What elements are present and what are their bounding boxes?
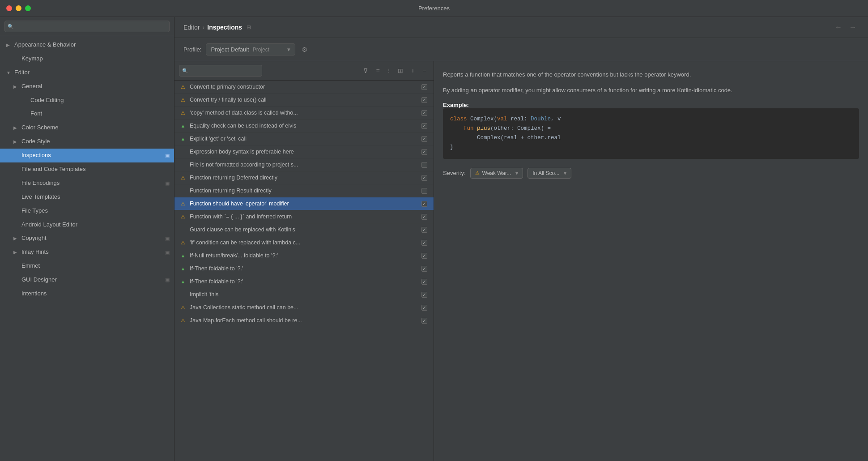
inspection-label: Guard clause can be replaced with Kotlin… <box>190 226 419 233</box>
sidebar-item-font[interactable]: Font <box>0 107 174 121</box>
sidebar-item-emmet[interactable]: Emmet <box>0 259 174 273</box>
sidebar-item-android-layout-editor[interactable]: Android Layout Editor <box>0 218 174 232</box>
inspection-row[interactable]: ▲ Explicit 'get' or 'set' call ✓ <box>174 132 434 145</box>
severity-icon: ⚠ <box>179 213 187 221</box>
profile-gear-button[interactable]: ⚙ <box>300 44 309 55</box>
profile-label: Profile: <box>183 46 201 53</box>
inspection-row[interactable]: Expression body syntax is preferable her… <box>174 145 434 158</box>
edit-icon[interactable]: ⊟ <box>247 24 251 30</box>
inspections-area: 🔍 ⊽ ≡ ⁝ ⊞ + − ⚠ Convert to primary const… <box>174 61 868 461</box>
sidebar-item-inlay-hints[interactable]: ▶ Inlay Hints ▣ <box>0 245 174 259</box>
checkbox[interactable]: ✓ <box>421 292 427 298</box>
window-title: Preferences <box>418 5 450 12</box>
close-button[interactable] <box>6 5 12 11</box>
sidebar-search-container: 🔍 <box>0 17 174 36</box>
inspection-row[interactable]: ⚠ Java Map.forEach method call should be… <box>174 314 434 327</box>
sidebar-item-keymap[interactable]: Keymap <box>0 52 174 66</box>
checkbox[interactable]: ✓ <box>421 84 427 90</box>
check-col: ✓ <box>419 227 429 233</box>
inspection-row-selected[interactable]: ⚠ Function should have 'operator' modifi… <box>174 197 434 210</box>
checkbox[interactable]: ✓ <box>421 149 427 155</box>
checkbox[interactable] <box>421 188 427 194</box>
maximize-button[interactable] <box>25 5 31 11</box>
remove-inspection-button[interactable]: − <box>420 65 429 76</box>
sidebar-item-code-style[interactable]: ▶ Code Style <box>0 135 174 149</box>
profile-dropdown[interactable]: Project Default Project ▾ <box>206 43 295 55</box>
severity-value: Weak War... <box>482 170 511 176</box>
inspection-row[interactable]: File is not formatted according to proje… <box>174 158 434 171</box>
sidebar-item-intentions[interactable]: Intentions <box>0 287 174 301</box>
inspection-row[interactable]: ⚠ 'if' condition can be replaced with la… <box>174 236 434 249</box>
inspection-row[interactable]: Function returning Result directly <box>174 184 434 197</box>
sidebar-item-color-scheme[interactable]: ▶ Color Scheme <box>0 121 174 135</box>
checkbox[interactable]: ✓ <box>421 253 427 259</box>
checkbox[interactable]: ✓ <box>421 305 427 311</box>
sidebar-search-input[interactable] <box>4 21 170 32</box>
settings-icon: ▣ <box>165 235 170 242</box>
sidebar-item-appearance-behavior[interactable]: ▶ Appearance & Behavior <box>0 38 174 52</box>
inspection-row[interactable]: ⚠ Function with `= { ... }` and inferred… <box>174 210 434 223</box>
inspection-row[interactable]: ⚠ Convert try / finally to use() call ✓ <box>174 94 434 107</box>
inspection-row[interactable]: Guard clause can be replaced with Kotlin… <box>174 223 434 236</box>
scope-arrow-icon: ▾ <box>564 170 566 176</box>
minimize-button[interactable] <box>16 5 21 11</box>
sidebar-item-gui-designer[interactable]: GUI Designer ▣ <box>0 273 174 287</box>
inspection-label: Expression body syntax is preferable her… <box>190 149 419 155</box>
split-button[interactable]: ⁝ <box>385 65 392 76</box>
chevron-icon: ▶ <box>13 84 20 90</box>
checkbox[interactable]: ✓ <box>421 175 427 181</box>
sidebar-item-general[interactable]: ▶ General <box>0 80 174 94</box>
scope-dropdown[interactable]: In All Sco... ▾ <box>528 168 571 179</box>
checkbox[interactable]: ✓ <box>421 110 427 116</box>
sidebar-item-file-types[interactable]: File Types <box>0 204 174 218</box>
inspection-row[interactable]: ▲ Equality check can be used instead of … <box>174 120 434 132</box>
inspection-row[interactable]: ⚠ 'copy' method of data class is called … <box>174 107 434 120</box>
checkbox[interactable]: ✓ <box>421 201 427 207</box>
severity-arrow-icon: ▾ <box>515 170 518 176</box>
inspection-row[interactable]: ▲ If-Null return/break/... foldable to '… <box>174 249 434 262</box>
checkbox[interactable]: ✓ <box>421 123 427 129</box>
checkbox[interactable]: ✓ <box>421 279 427 285</box>
sidebar-item-inspections[interactable]: Inspections ▣ <box>0 149 174 162</box>
nav-back-button[interactable]: ← <box>832 22 845 32</box>
sidebar-item-copyright[interactable]: ▶ Copyright ▣ <box>0 231 174 245</box>
inspection-row[interactable]: Implicit 'this' ✓ <box>174 288 434 301</box>
sidebar-item-code-editing[interactable]: Code Editing <box>0 94 174 107</box>
inspection-label: Java Map.forEach method call should be r… <box>190 317 419 324</box>
checkbox[interactable]: ✓ <box>421 97 427 103</box>
inspection-row[interactable]: ▲ If-Then foldable to '?:' ✓ <box>174 275 434 288</box>
checkbox[interactable]: ✓ <box>421 214 427 220</box>
checkbox[interactable]: ✓ <box>421 136 427 142</box>
inspection-label: If-Null return/break/... foldable to '?:… <box>190 252 419 259</box>
sidebar-item-file-encodings[interactable]: File Encodings ▣ <box>0 176 174 190</box>
filter-button[interactable]: ⊽ <box>361 65 370 76</box>
checkbox[interactable]: ✓ <box>421 318 427 324</box>
checkbox[interactable]: ✓ <box>421 227 427 233</box>
inspection-row[interactable]: ▲ If-Then foldable to '?.' ✓ <box>174 262 434 275</box>
inspection-row[interactable]: ⚠ Java Collections static method call ca… <box>174 301 434 314</box>
sidebar-item-label: General <box>21 83 170 90</box>
sidebar-item-file-code-templates[interactable]: File and Code Templates <box>0 162 174 176</box>
sidebar-item-editor[interactable]: ▼ Editor <box>0 66 174 80</box>
inspections-search-input[interactable] <box>179 65 262 77</box>
content-header: Editor › Inspections ⊟ ← → <box>174 17 868 38</box>
chevron-icon: ▼ <box>6 70 13 76</box>
align-button[interactable]: ≡ <box>373 65 382 76</box>
checkbox[interactable] <box>421 162 427 168</box>
severity-dropdown[interactable]: ⚠ Weak War... ▾ <box>470 168 523 179</box>
inspection-label: Function with `= { ... }` and inferred r… <box>190 213 419 220</box>
add-inspection-button[interactable]: + <box>408 65 417 76</box>
sidebar-item-live-templates[interactable]: Live Templates <box>0 190 174 204</box>
inspection-row[interactable]: ⚠ Function returning Deferred directly ✓ <box>174 171 434 184</box>
checkbox[interactable]: ✓ <box>421 240 427 246</box>
profile-row: Profile: Project Default Project ▾ ⚙ <box>174 38 868 61</box>
nav-forward-button[interactable]: → <box>847 22 859 32</box>
inspection-row[interactable]: ⚠ Convert to primary constructor ✓ <box>174 81 434 94</box>
severity-icon: ▲ <box>179 122 187 130</box>
sidebar-item-label: Android Layout Editor <box>21 221 170 229</box>
breadcrumb-parent[interactable]: Editor <box>183 24 200 31</box>
checkbox[interactable]: ✓ <box>421 266 427 272</box>
severity-icon: ▲ <box>179 252 187 260</box>
expand-button[interactable]: ⊞ <box>395 65 406 76</box>
profile-tag: Project <box>253 47 269 53</box>
